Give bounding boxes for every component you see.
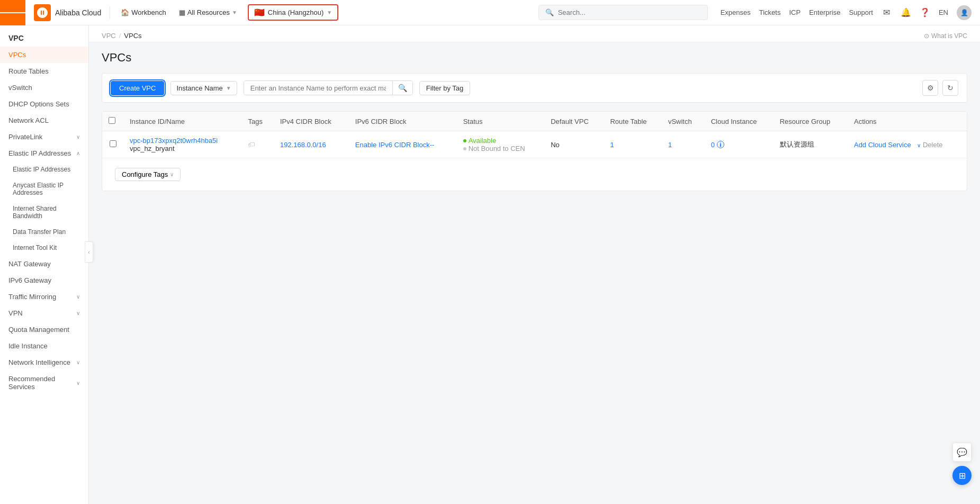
sidebar-item-vpn[interactable]: VPN ∨: [0, 305, 88, 321]
sidebar-item-recommended[interactable]: Recommended Services ∨: [0, 371, 88, 395]
chevron-icon-eip: ∧: [76, 150, 80, 156]
menu-button[interactable]: [0, 0, 25, 25]
table-header-row: Instance ID/Name Tags IPv4 CIDR Block IP…: [102, 112, 967, 131]
sidebar-item-elastic-ip[interactable]: Elastic IP Addresses ∧: [0, 145, 88, 161]
sidebar-item-traffic-mirroring[interactable]: Traffic Mirroring ∨: [0, 289, 88, 305]
tickets-link[interactable]: Tickets: [759, 8, 781, 16]
select-all-checkbox[interactable]: [109, 117, 115, 124]
support-link[interactable]: Support: [849, 8, 873, 16]
sidebar-item-idle-instance[interactable]: Idle Instance: [0, 338, 88, 354]
instance-id-link[interactable]: vpc-bp173xpxq2t0wrh4hba5i: [130, 137, 218, 145]
chevron-icon-vpn: ∨: [76, 310, 80, 316]
help-float-button[interactable]: ⊞: [952, 466, 972, 485]
what-is-vpc-link[interactable]: ⊙ What is VPC: [924, 32, 967, 40]
sidebar-item-dhcp[interactable]: DHCP Options Sets: [0, 96, 88, 112]
status-not-bound: Not Bound to CEN: [463, 145, 538, 152]
region-selector[interactable]: 🇨🇳 China (Hangzhou) ▼: [248, 4, 338, 21]
actions-cell: Add Cloud Service ∨ Delete: [848, 131, 967, 158]
chat-float-button[interactable]: 💬: [952, 443, 972, 462]
instance-name-value: vpc_hz_bryant: [130, 145, 175, 152]
sidebar-item-ipv6-gateway[interactable]: IPv6 Gateway: [0, 272, 88, 289]
icp-link[interactable]: ICP: [789, 8, 801, 16]
configure-tags-chevron: ∨: [170, 172, 174, 177]
configure-tags-row: Configure Tags ∨: [102, 158, 967, 191]
instance-name-label: Instance Name: [176, 84, 222, 92]
sidebar: VPC VPCs Route Tables vSwitch DHCP Optio…: [0, 25, 89, 504]
bell-icon[interactable]: 🔔: [901, 7, 911, 18]
sidebar-item-route-tables[interactable]: Route Tables: [0, 63, 88, 79]
ipv4-cidr-cell: 192.168.0.0/16: [274, 131, 349, 158]
route-table-link[interactable]: 1: [610, 141, 614, 149]
toolbar-right-actions: ⚙ ↻: [922, 80, 958, 96]
ipv4-cidr-link[interactable]: 192.168.0.0/16: [280, 141, 326, 149]
info-circle-icon[interactable]: ℹ: [717, 141, 724, 148]
expenses-link[interactable]: Expenses: [721, 8, 751, 16]
sidebar-collapse-button[interactable]: ‹: [85, 241, 93, 263]
settings-button[interactable]: ⚙: [922, 80, 938, 96]
brand-name: Alibaba Cloud: [55, 8, 101, 17]
sidebar-item-network-intel[interactable]: Network Intelligence ∨: [0, 354, 88, 371]
nav-divider-1: [110, 6, 110, 19]
instance-search-button[interactable]: 🔍: [392, 81, 412, 95]
create-vpc-button[interactable]: Create VPC: [111, 81, 164, 95]
search-icon: 🔍: [545, 8, 554, 16]
cloud-instance-cell: 0 ℹ: [705, 131, 774, 158]
toolbar: Create VPC Instance Name ▼ 🔍 Filter by T…: [102, 73, 967, 103]
app-body: VPC VPCs Route Tables vSwitch DHCP Optio…: [0, 25, 980, 504]
sidebar-item-quota-mgmt[interactable]: Quota Management: [0, 321, 88, 338]
global-search-input[interactable]: [558, 8, 701, 16]
instance-search-input[interactable]: [244, 82, 392, 95]
user-avatar[interactable]: 👤: [957, 5, 972, 20]
sidebar-item-vpcs[interactable]: VPCs: [0, 47, 88, 63]
delete-link[interactable]: Delete: [923, 141, 943, 149]
resource-group-cell: 默认资源组: [774, 131, 848, 158]
nav-right-area: Expenses Tickets ICP Enterprise Support …: [721, 5, 972, 20]
sidebar-item-anycast-eip[interactable]: Anycast Elastic IP Addresses: [0, 177, 88, 201]
breadcrumb: VPC / VPCs ⊙ What is VPC: [89, 25, 980, 42]
sidebar-item-network-acl[interactable]: Network ACL: [0, 112, 88, 129]
sidebar-item-data-transfer[interactable]: Data Transfer Plan: [0, 224, 88, 240]
sidebar-item-vswitch[interactable]: vSwitch: [0, 79, 88, 96]
enterprise-link[interactable]: Enterprise: [809, 8, 840, 16]
instance-name-dropdown[interactable]: Instance Name ▼: [170, 81, 237, 95]
status-available: Available: [463, 137, 538, 145]
flag-icon: 🇨🇳: [254, 7, 265, 17]
sidebar-item-internet-bandwidth[interactable]: Internet Shared Bandwidth: [0, 201, 88, 224]
filter-by-tag-button[interactable]: Filter by Tag: [419, 81, 471, 95]
row-checkbox[interactable]: [110, 140, 116, 147]
workbench-nav-item[interactable]: 🏠 Workbench: [119, 8, 168, 16]
default-vpc-cell: No: [544, 131, 604, 158]
mail-icon[interactable]: ✉: [882, 7, 892, 18]
table-header-route-table: Route Table: [604, 112, 661, 131]
configure-tags-button[interactable]: Configure Tags ∨: [115, 168, 181, 181]
ipv6-cidr-link[interactable]: Enable IPv6 CIDR Block--: [355, 141, 435, 149]
add-cloud-service-link[interactable]: Add Cloud Service: [854, 141, 911, 149]
cloud-instance-value: 0 ℹ: [711, 141, 767, 149]
cloud-instance-link[interactable]: 0: [711, 141, 715, 149]
question-icon[interactable]: ❓: [920, 7, 930, 18]
instance-search-box: 🔍: [244, 80, 413, 95]
vswitch-link[interactable]: 1: [668, 141, 672, 149]
sidebar-item-nat-gateway[interactable]: NAT Gateway: [0, 256, 88, 272]
main-content: VPC / VPCs ⊙ What is VPC VPCs Create VPC…: [89, 25, 980, 504]
configure-tags-area: Configure Tags ∨: [109, 164, 960, 185]
vswitch-cell: 1: [662, 131, 705, 158]
status-dot-green: [463, 139, 466, 142]
sidebar-item-privatelink[interactable]: PrivateLink ∨: [0, 129, 88, 145]
chevron-icon: ∨: [76, 134, 80, 140]
page-content: VPCs Create VPC Instance Name ▼ 🔍 Filter…: [89, 42, 980, 200]
top-nav: Alibaba Cloud 🏠 Workbench ▦ All Resource…: [0, 0, 980, 25]
lang-label[interactable]: EN: [939, 8, 948, 16]
tag-icon[interactable]: 🏷: [248, 140, 255, 149]
ipv6-cidr-cell: Enable IPv6 CIDR Block--: [349, 131, 457, 158]
all-resources-nav-item[interactable]: ▦ All Resources ▼: [177, 8, 239, 16]
page-title: VPCs: [102, 51, 967, 65]
sidebar-item-internet-toolkit[interactable]: Internet Tool Kit: [0, 240, 88, 256]
chevron-action-icon[interactable]: ∨: [917, 142, 921, 148]
sidebar-item-eip-sub[interactable]: Elastic IP Addresses: [0, 161, 88, 177]
table-header-vswitch: vSwitch: [662, 112, 705, 131]
row-checkbox-cell: [102, 131, 123, 158]
refresh-button[interactable]: ↻: [942, 80, 958, 96]
chevron-icon-intel: ∨: [76, 359, 80, 365]
breadcrumb-vpc-link[interactable]: VPC: [102, 32, 116, 40]
